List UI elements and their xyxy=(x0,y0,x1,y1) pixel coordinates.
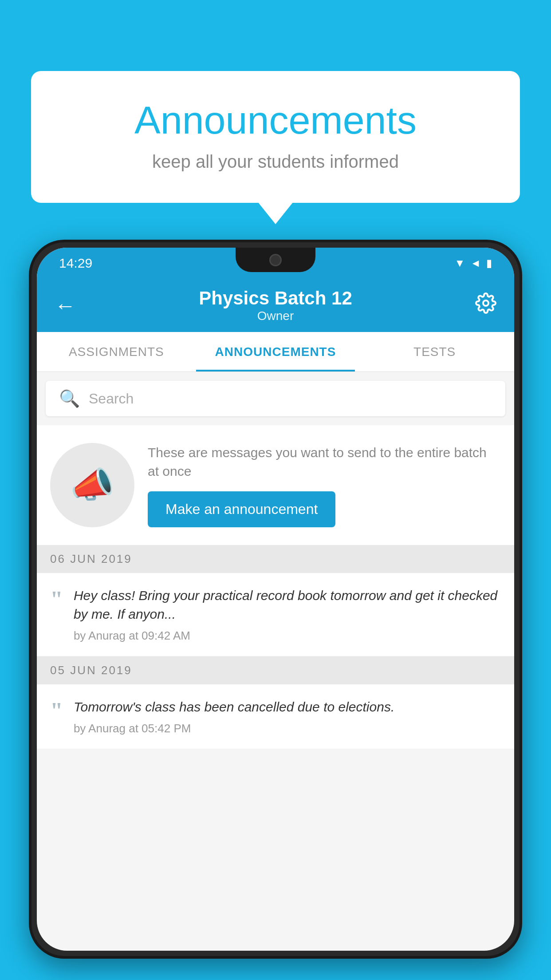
speech-bubble-subtitle: keep all your students informed xyxy=(67,152,484,172)
megaphone-icon: 📣 xyxy=(70,464,114,506)
app-bar-subtitle: Owner xyxy=(199,309,352,323)
settings-button[interactable] xyxy=(475,292,496,318)
speech-bubble-section: Announcements keep all your students inf… xyxy=(31,71,520,203)
tab-bar: ASSIGNMENTS ANNOUNCEMENTS TESTS xyxy=(37,332,514,372)
announcement-text-2: Tomorrow's class has been cancelled due … xyxy=(74,698,501,716)
search-placeholder: Search xyxy=(89,391,134,407)
cta-description: These are messages you want to send to t… xyxy=(148,443,501,481)
content-area: 🔍 Search 📣 These are messages you want t… xyxy=(37,372,514,749)
speech-bubble: Announcements keep all your students inf… xyxy=(31,71,520,203)
gear-icon xyxy=(475,292,496,314)
status-time: 14:29 xyxy=(59,256,92,271)
announcement-content-1: Hey class! Bring your practical record b… xyxy=(74,586,501,643)
announcement-meta-1: by Anurag at 09:42 AM xyxy=(74,629,501,643)
tab-announcements[interactable]: ANNOUNCEMENTS xyxy=(196,332,355,371)
announcement-cta-card: 📣 These are messages you want to send to… xyxy=(37,425,514,545)
tab-tests[interactable]: TESTS xyxy=(355,332,514,371)
app-bar-title: Physics Batch 12 xyxy=(199,288,352,309)
announcement-text-1: Hey class! Bring your practical record b… xyxy=(74,586,501,624)
camera xyxy=(269,254,282,266)
date-divider-2: 05 JUN 2019 xyxy=(37,656,514,684)
tab-assignments[interactable]: ASSIGNMENTS xyxy=(37,332,196,371)
wifi-icon: ▼ xyxy=(454,257,465,269)
date-divider-1: 06 JUN 2019 xyxy=(37,545,514,573)
notch xyxy=(236,248,315,272)
phone-frame: 14:29 ▼ ◄ ▮ ← Physics Batch 12 Owner xyxy=(29,240,522,959)
battery-icon: ▮ xyxy=(486,257,492,269)
phone-screen: 14:29 ▼ ◄ ▮ ← Physics Batch 12 Owner xyxy=(37,248,514,951)
cta-icon-circle: 📣 xyxy=(50,443,134,527)
announcement-content-2: Tomorrow's class has been cancelled due … xyxy=(74,698,501,735)
announcement-item-2[interactable]: " Tomorrow's class has been cancelled du… xyxy=(37,684,514,749)
speech-bubble-title: Announcements xyxy=(67,98,484,143)
status-bar: 14:29 ▼ ◄ ▮ xyxy=(37,248,514,279)
app-bar-title-section: Physics Batch 12 Owner xyxy=(199,288,352,323)
status-icons: ▼ ◄ ▮ xyxy=(454,257,492,269)
search-bar[interactable]: 🔍 Search xyxy=(46,381,505,416)
signal-icon: ◄ xyxy=(470,257,481,269)
phone-inner: 14:29 ▼ ◄ ▮ ← Physics Batch 12 Owner xyxy=(31,242,520,956)
quote-icon-2: " xyxy=(50,699,63,723)
cta-right: These are messages you want to send to t… xyxy=(148,443,501,527)
announcement-meta-2: by Anurag at 05:42 PM xyxy=(74,722,501,735)
svg-point-0 xyxy=(483,300,488,306)
phone-container: 14:29 ▼ ◄ ▮ ← Physics Batch 12 Owner xyxy=(29,240,522,980)
make-announcement-button[interactable]: Make an announcement xyxy=(148,491,335,527)
app-bar: ← Physics Batch 12 Owner xyxy=(37,279,514,332)
quote-icon-1: " xyxy=(50,588,63,611)
search-icon: 🔍 xyxy=(59,389,80,408)
announcement-item-1[interactable]: " Hey class! Bring your practical record… xyxy=(37,573,514,656)
back-button[interactable]: ← xyxy=(55,293,76,318)
